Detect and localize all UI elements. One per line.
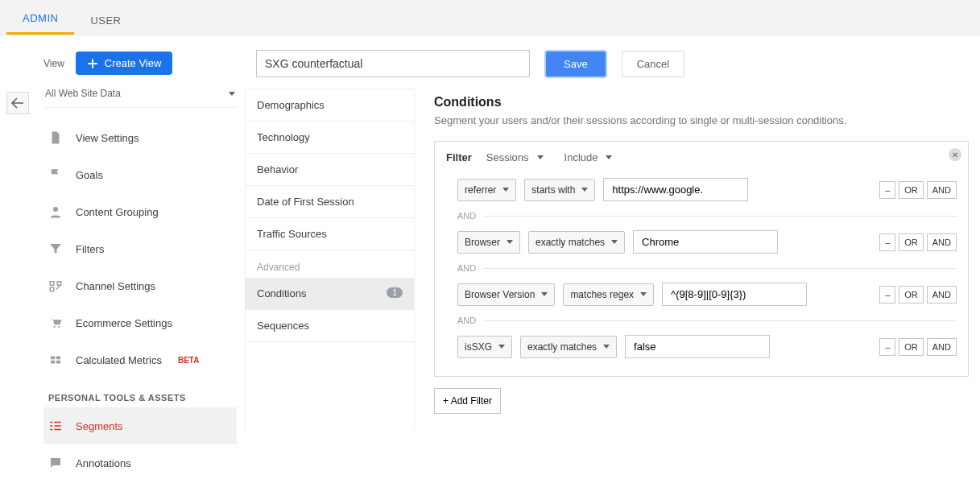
condition-row: Browser Version matches regex – OR AND: [446, 279, 957, 309]
caret-down-icon: [537, 155, 544, 159]
nav-label: Calculated Metrics: [76, 354, 162, 366]
dimension-label: Browser Version: [465, 289, 535, 300]
nav-personal-header: PERSONAL TOOLS & ASSETS: [43, 378, 237, 407]
nav-label: Filters: [76, 243, 104, 255]
mid-conditions[interactable]: Conditions 1: [246, 278, 414, 310]
and-button[interactable]: AND: [927, 181, 957, 199]
and-separator: AND: [457, 316, 476, 325]
and-button[interactable]: AND: [927, 233, 957, 251]
caret-down-icon: [498, 345, 505, 349]
remove-cond-button[interactable]: –: [879, 286, 895, 304]
mid-first-session[interactable]: Date of First Session: [246, 186, 414, 218]
dimension-label: Browser: [465, 237, 500, 248]
nav-label: Content Grouping: [76, 206, 159, 218]
flag-icon: [48, 167, 63, 182]
arrow-left-icon: [11, 97, 24, 109]
operator-label: exactly matches: [535, 237, 605, 248]
tab-user[interactable]: USER: [74, 5, 137, 35]
dimension-select[interactable]: Browser: [457, 231, 520, 254]
nav-annotations[interactable]: Annotations: [43, 444, 237, 479]
value-input[interactable]: [603, 178, 748, 201]
operator-select[interactable]: starts with: [524, 179, 595, 201]
filter-box: ✕ Filter Sessions Include referrer start…: [434, 141, 969, 377]
caret-down-icon: [502, 188, 509, 192]
beta-badge: BETA: [178, 356, 199, 365]
mid-demographics[interactable]: Demographics: [246, 89, 414, 122]
dimension-select[interactable]: referrer: [457, 179, 516, 201]
caret-down-icon: [541, 292, 548, 296]
or-button[interactable]: OR: [899, 338, 924, 356]
nav-filters[interactable]: Filters: [43, 230, 237, 267]
dimension-label: isSXG: [465, 341, 492, 353]
condition-row: Browser exactly matches – OR AND: [446, 227, 957, 257]
channels-icon: [48, 279, 63, 293]
nav-ecommerce-settings[interactable]: Ecommerce Settings: [43, 304, 237, 341]
segments-icon: [48, 419, 63, 433]
and-separator: AND: [457, 263, 476, 273]
or-button[interactable]: OR: [899, 181, 924, 199]
nav-segments[interactable]: Segments: [43, 407, 237, 444]
datasource-label: All Web Site Data: [45, 88, 121, 99]
nav-calculated-metrics[interactable]: Calculated Metrics BETA: [43, 341, 237, 378]
remove-filter-button[interactable]: ✕: [949, 148, 961, 161]
tab-admin[interactable]: ADMIN: [6, 2, 74, 35]
filter-mode-select[interactable]: Include: [558, 151, 619, 163]
create-view-button[interactable]: Create View: [76, 52, 173, 75]
nav-label: Goals: [76, 169, 103, 181]
annotation-icon: [48, 456, 63, 470]
and-separator: AND: [457, 211, 476, 221]
mid-traffic-sources[interactable]: Traffic Sources: [246, 218, 414, 250]
mid-sequences[interactable]: Sequences: [246, 310, 414, 342]
mid-conditions-badge: 1: [387, 287, 403, 298]
nav-label: Ecommerce Settings: [76, 317, 172, 329]
value-input[interactable]: [625, 335, 770, 358]
dimension-select[interactable]: isSXG: [457, 336, 512, 358]
nav-content-grouping[interactable]: Content Grouping: [43, 193, 237, 230]
remove-cond-button[interactable]: –: [879, 181, 895, 199]
nav-label: Segments: [76, 420, 123, 432]
caret-down-icon: [229, 92, 235, 96]
filter-scope-select[interactable]: Sessions: [480, 151, 550, 163]
value-input[interactable]: [662, 283, 807, 306]
view-label: View: [43, 58, 64, 69]
conditions-desc: Segment your users and/or their sessions…: [434, 114, 969, 126]
nav-label: Annotations: [76, 457, 131, 469]
person-icon: [48, 204, 63, 219]
dimension-select[interactable]: Browser Version: [457, 283, 555, 306]
remove-cond-button[interactable]: –: [879, 338, 895, 356]
operator-select[interactable]: matches regex: [563, 283, 654, 306]
nav-view-settings[interactable]: View Settings: [43, 119, 237, 156]
value-input[interactable]: [633, 230, 778, 254]
document-icon: [48, 130, 63, 145]
segment-name-input[interactable]: [256, 50, 530, 77]
operator-label: matches regex: [570, 289, 634, 300]
operator-select[interactable]: exactly matches: [520, 336, 617, 358]
caret-down-icon: [507, 240, 513, 244]
mid-behavior[interactable]: Behavior: [246, 154, 414, 186]
save-button[interactable]: Save: [546, 52, 606, 76]
filter-mode-label: Include: [564, 151, 598, 163]
funnel-icon: [48, 242, 63, 256]
back-button[interactable]: [6, 92, 29, 114]
nav-label: View Settings: [76, 132, 139, 144]
nav-label: Channel Settings: [76, 280, 155, 292]
and-button[interactable]: AND: [927, 286, 957, 304]
dimension-label: referrer: [465, 184, 496, 196]
datasource-select[interactable]: All Web Site Data: [43, 83, 237, 108]
filter-scope-label: Sessions: [486, 151, 529, 163]
nav-goals[interactable]: Goals: [43, 156, 237, 193]
remove-cond-button[interactable]: –: [879, 233, 895, 251]
or-button[interactable]: OR: [899, 286, 924, 304]
operator-select[interactable]: exactly matches: [528, 231, 625, 254]
cart-icon: [48, 316, 63, 330]
caret-down-icon: [606, 155, 612, 159]
nav-channel-settings[interactable]: Channel Settings: [43, 267, 237, 304]
or-button[interactable]: OR: [899, 233, 924, 251]
and-button[interactable]: AND: [927, 338, 957, 356]
caret-down-icon: [611, 240, 618, 244]
mid-technology[interactable]: Technology: [246, 122, 414, 154]
caret-down-icon: [581, 188, 588, 192]
caret-down-icon: [603, 345, 610, 349]
cancel-button[interactable]: Cancel: [622, 51, 684, 77]
add-filter-button[interactable]: + Add Filter: [434, 388, 501, 414]
